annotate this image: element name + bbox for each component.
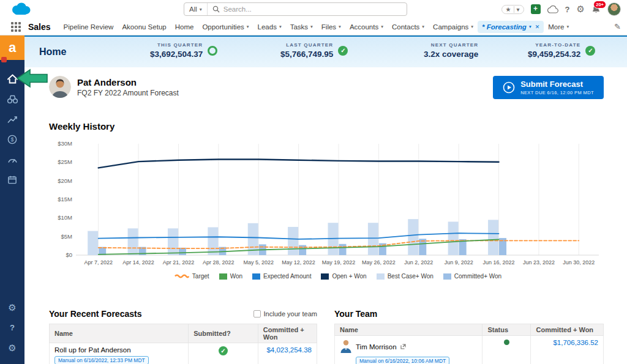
summary-metric: YEAR-TO-DATE$9,459,254.32✓ [528, 42, 595, 59]
col-name: Name [50, 324, 189, 343]
play-circle-icon [503, 81, 515, 94]
divider [514, 6, 514, 13]
notifications-button[interactable]: 20+ [591, 4, 601, 14]
include-team-label: Include your team [264, 310, 317, 318]
summary-metric: NEXT QUARTER3.2x coverage [424, 42, 478, 59]
chevron-down-icon[interactable]: ▾ [529, 24, 531, 29]
nav-tab[interactable]: Contacts▾ [388, 21, 429, 33]
sidebar-help-button[interactable]: ? [0, 318, 24, 338]
chart-legend: TargetWonExpected AmountOpen + WonBest C… [49, 273, 627, 280]
app-launcher-icon[interactable] [11, 22, 21, 32]
chevron-down-icon[interactable]: ▾ [381, 24, 383, 29]
nav-tab[interactable]: Home [171, 21, 198, 33]
submit-forecast-due: NEXT DUE 6/16, 12:00 PM MDT [520, 90, 594, 95]
legend-label: Won [230, 273, 242, 280]
submit-forecast-button[interactable]: Submit Forecast NEXT DUE 6/16, 12:00 PM … [493, 76, 604, 99]
sidebar-item-revenue[interactable]: $ [0, 129, 24, 149]
search-input[interactable]: Search... [223, 6, 252, 13]
nav-tab[interactable]: Pipeline Review [59, 21, 118, 33]
tables-section: Your Recent Forecasts Include your team … [49, 308, 627, 364]
forecast-owner: Pat Anderson FQ2 FY 2022 Amount Forecast [49, 76, 179, 98]
chevron-down-icon[interactable]: ▾ [279, 24, 282, 29]
nav-tab[interactable]: Akoonu Setup [118, 21, 170, 33]
chevron-down-icon[interactable]: ▾ [247, 24, 249, 29]
search-scope-label: All [189, 6, 197, 13]
legend-label: Expected Amount [263, 273, 311, 280]
your-team-title: Your Team [334, 309, 377, 319]
sidebar-item-calendar[interactable] [0, 169, 24, 190]
weekly-history-chart: $0$5M$10M$15M$20M$25M$30MApr 7, 2022Apr … [49, 138, 627, 272]
chevron-down-icon[interactable]: ▾ [339, 24, 341, 29]
help-icon[interactable]: ? [565, 5, 570, 14]
svg-text:Jun 30, 2022: Jun 30, 2022 [563, 259, 595, 266]
forecast-method-badge: Manual on 6/16/2022, 10:06 AM MDT [356, 357, 449, 364]
binoculars-icon [7, 94, 18, 104]
external-link-icon[interactable] [400, 344, 406, 349]
nav-tab[interactable]: Leads▾ [253, 21, 286, 33]
org-cloud-icon[interactable] [547, 6, 558, 13]
nav-tab[interactable]: More▾ [544, 21, 573, 33]
forecast-method-badge: Manual on 6/16/2022, 12:33 PM MDT [54, 356, 149, 364]
user-avatar[interactable] [607, 2, 621, 16]
sidebar-item-velocity[interactable] [0, 149, 24, 169]
sidebar-setup-button[interactable]: ⚙ [0, 338, 24, 358]
chevron-down-icon[interactable]: ▾ [471, 24, 473, 29]
global-search[interactable]: All ▾ Search... [184, 2, 407, 16]
akoonu-logo[interactable]: a [0, 35, 24, 60]
nav-tab[interactable]: Tasks▾ [286, 21, 317, 33]
metric-label: LAST QUARTER [286, 42, 333, 48]
metric-value: 3.2x coverage [424, 50, 478, 59]
salesforce-logo [10, 2, 32, 19]
legend-swatch [219, 273, 227, 280]
chevron-down-icon: ▾ [517, 6, 520, 13]
legend-item: Committed+ Won [443, 273, 501, 280]
legend-label: Committed+ Won [454, 273, 501, 280]
nav-tab[interactable]: Accounts▾ [345, 21, 388, 33]
metric-value: $3,692,504.37 [150, 50, 203, 59]
sidebar-item-explore[interactable] [0, 89, 24, 109]
team-member-avatar [340, 339, 352, 354]
committed-amount-link[interactable]: $1,706,336.52 [553, 339, 598, 346]
col-committed: Committed + Won [531, 324, 604, 336]
legend-item: Target [175, 273, 209, 280]
checkbox-icon[interactable] [253, 310, 261, 318]
app-navbar: Sales Pipeline ReviewAkoonu SetupHomeOpp… [0, 18, 627, 35]
nav-tab[interactable]: * Forecasting▾✕ [478, 21, 544, 33]
setup-gear-icon[interactable]: ⚙ [577, 4, 585, 15]
nav-tab[interactable]: Opportunities▾ [198, 21, 253, 33]
svg-text:$: $ [10, 136, 13, 143]
global-header: All ▾ Search... ★ ▾ + ? ⚙ 20+ [0, 0, 627, 18]
recent-forecasts-table: Name Submitted? Committed + Won Roll up … [49, 324, 317, 364]
summary-metric: THIS QUARTER$3,692,504.37 [150, 42, 217, 59]
submitted-check-icon: ✓ [219, 346, 228, 355]
nav-tab[interactable]: Files▾ [317, 21, 345, 33]
favorites-button[interactable]: ★ ▾ [501, 5, 524, 14]
table-header-row: Name Submitted? Committed + Won [50, 324, 317, 343]
nav-tab[interactable]: Campaigns▾ [429, 21, 478, 33]
gauge-icon [7, 155, 18, 164]
team-member-name: Tim Morrison [356, 343, 397, 351]
chevron-down-icon[interactable]: ▾ [422, 24, 424, 29]
sidebar-item-home[interactable] [0, 69, 24, 89]
committed-amount-link[interactable]: $4,023,254.38 [266, 346, 312, 354]
chevron-down-icon[interactable]: ▾ [310, 24, 313, 29]
team-tbody: Tim MorrisonManual on 6/16/2022, 10:06 A… [335, 336, 604, 364]
svg-text:Apr 14, 2022: Apr 14, 2022 [122, 259, 154, 266]
chevron-down-icon[interactable]: ▾ [566, 24, 569, 29]
forecast-name: Roll up for Pat Anderson [54, 346, 183, 354]
sidebar-item-trends[interactable] [0, 109, 24, 129]
search-scope-dropdown[interactable]: All ▾ [184, 3, 208, 15]
metric-value: $9,459,254.32 [528, 50, 580, 59]
legend-label: Open + Won [332, 273, 366, 280]
settings-gear-icon: ⚙ [8, 302, 16, 313]
quick-add-button[interactable]: + [531, 4, 541, 14]
chart-svg: $0$5M$10M$15M$20M$25M$30MApr 7, 2022Apr … [49, 138, 603, 269]
close-icon[interactable]: ✕ [535, 24, 540, 30]
page-title: Home [39, 46, 66, 58]
edit-pencil-icon[interactable]: ✎ [614, 22, 621, 31]
sidebar-settings-button[interactable]: ⚙ [0, 297, 24, 318]
legend-item: Open + Won [321, 273, 366, 280]
svg-text:Jun 2, 2022: Jun 2, 2022 [404, 259, 433, 266]
include-team-checkbox[interactable]: Include your team [253, 310, 317, 318]
metric-label: THIS QUARTER [157, 42, 203, 48]
